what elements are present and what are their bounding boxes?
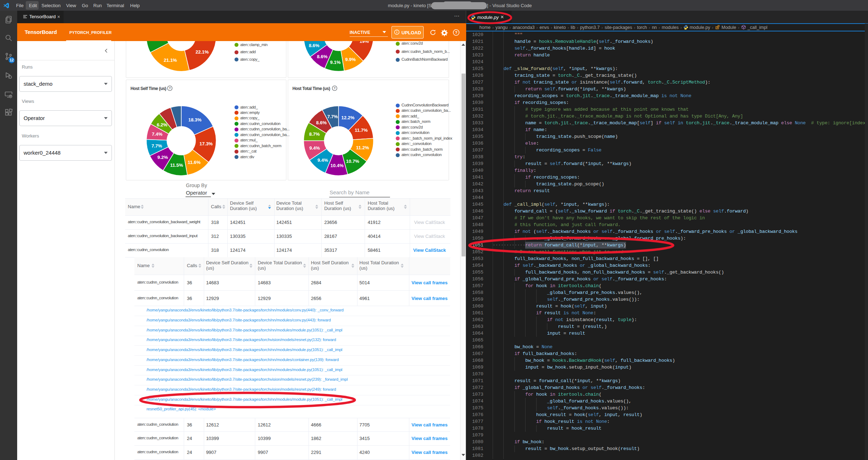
svg-text:18.3%: 18.3% (188, 117, 202, 122)
svg-text:21.1%: 21.1% (164, 58, 177, 63)
svg-text:?: ? (334, 86, 336, 90)
svg-text:9.4%: 9.4% (309, 145, 320, 151)
svg-text:12.2%: 12.2% (341, 115, 355, 120)
svg-text:11.2%: 11.2% (356, 145, 369, 150)
svg-text:8.6%: 8.6% (317, 54, 327, 59)
svg-text:9.1%: 9.1% (330, 60, 341, 65)
svg-text:9.2%: 9.2% (157, 155, 168, 160)
svg-text:9.4%: 9.4% (317, 158, 328, 163)
svg-text:7.7%: 7.7% (327, 114, 338, 119)
svg-text:7.7%: 7.7% (152, 143, 162, 149)
svg-text:6.2%: 6.2% (157, 122, 167, 128)
svg-text:8.6%: 8.6% (309, 43, 320, 48)
svg-text:11.6%: 11.6% (188, 160, 201, 165)
svg-text:17.3%: 17.3% (199, 141, 213, 146)
svg-text:8.7%: 8.7% (309, 131, 320, 137)
svg-text:7.4%: 7.4% (152, 131, 163, 137)
svg-text:?: ? (455, 30, 458, 35)
svg-text:11.7%: 11.7% (355, 128, 368, 133)
svg-text:8.6%: 8.6% (316, 120, 327, 125)
svg-text:10.4%: 10.4% (330, 163, 344, 168)
svg-text:19%: 19% (360, 41, 369, 44)
svg-text:9.9%: 9.9% (345, 57, 356, 62)
svg-text:?: ? (169, 86, 171, 90)
svg-text:10.7%: 10.7% (346, 159, 359, 164)
svg-text:11.5%: 11.5% (170, 162, 183, 168)
svg-text:22.1%: 22.1% (196, 49, 209, 55)
